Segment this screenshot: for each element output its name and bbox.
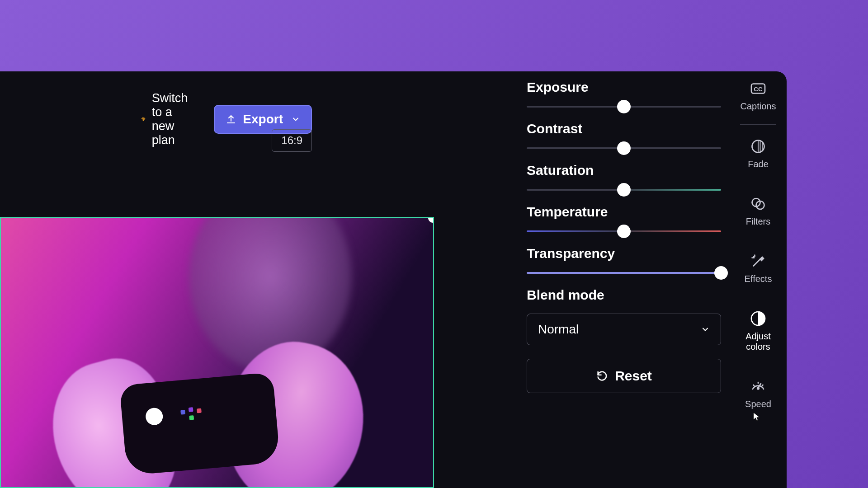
transparency-label: Transparency bbox=[527, 246, 721, 261]
chevron-down-icon bbox=[291, 115, 300, 124]
transparency-slider[interactable] bbox=[527, 272, 721, 274]
exposure-slider[interactable] bbox=[527, 106, 721, 108]
rail-label: Fade bbox=[748, 159, 769, 169]
blend-mode-group: Blend mode Normal bbox=[527, 287, 721, 345]
editor-window: Switch to a new plan Export 16:9 Exposur… bbox=[0, 71, 787, 488]
mouse-cursor bbox=[752, 410, 762, 423]
rail-label: Filters bbox=[746, 216, 770, 227]
rail-filters[interactable]: Filters bbox=[746, 195, 770, 227]
rail-effects[interactable]: Effects bbox=[745, 252, 772, 284]
rail-adjust-colors[interactable]: Adjust colors bbox=[745, 310, 771, 352]
svg-point-6 bbox=[757, 388, 759, 389]
aspect-ratio-button[interactable]: 16:9 bbox=[272, 129, 312, 152]
switch-plan-button[interactable]: Switch to a new plan bbox=[129, 85, 207, 154]
saturation-group: Saturation bbox=[527, 163, 721, 191]
preview-controller bbox=[119, 372, 280, 476]
temperature-thumb[interactable] bbox=[617, 225, 631, 238]
rail-label: Speed bbox=[745, 399, 771, 409]
adjust-colors-panel: Exposure Contrast Saturation Temperature bbox=[527, 80, 721, 393]
chevron-down-icon bbox=[701, 325, 710, 334]
saturation-slider[interactable] bbox=[527, 189, 721, 191]
rail-captions[interactable]: CC Captions bbox=[741, 80, 776, 112]
rail-label: Effects bbox=[745, 274, 772, 284]
effects-icon bbox=[749, 252, 767, 270]
right-tool-rail: CC Captions Fade Filters Effects bbox=[733, 80, 783, 409]
contrast-label: Contrast bbox=[527, 121, 721, 136]
captions-icon: CC bbox=[749, 80, 767, 98]
rail-label: Adjust colors bbox=[745, 331, 771, 352]
diamond-icon bbox=[141, 113, 146, 125]
blend-mode-value: Normal bbox=[538, 322, 579, 337]
saturation-thumb[interactable] bbox=[617, 183, 631, 197]
rail-label: Captions bbox=[741, 101, 776, 112]
speed-icon bbox=[749, 377, 767, 395]
saturation-label: Saturation bbox=[527, 163, 721, 178]
exposure-label: Exposure bbox=[527, 80, 721, 95]
rail-speed[interactable]: Speed bbox=[745, 377, 771, 409]
preview-canvas[interactable] bbox=[0, 217, 434, 488]
contrast-group: Contrast bbox=[527, 121, 721, 149]
temperature-group: Temperature bbox=[527, 204, 721, 232]
undo-icon bbox=[596, 370, 609, 382]
exposure-thumb[interactable] bbox=[617, 100, 631, 113]
selection-handle[interactable] bbox=[428, 217, 434, 223]
transparency-fill bbox=[527, 272, 721, 274]
transparency-group: Transparency bbox=[527, 246, 721, 274]
temperature-slider[interactable] bbox=[527, 230, 721, 232]
reset-button[interactable]: Reset bbox=[527, 359, 721, 393]
switch-plan-label: Switch to a new plan bbox=[152, 91, 195, 147]
reset-label: Reset bbox=[615, 368, 652, 384]
export-label: Export bbox=[243, 112, 283, 127]
fade-icon bbox=[749, 137, 767, 155]
blend-mode-select[interactable]: Normal bbox=[527, 314, 721, 345]
rail-divider bbox=[740, 124, 776, 125]
exposure-group: Exposure bbox=[527, 80, 721, 108]
rail-fade[interactable]: Fade bbox=[748, 137, 769, 169]
aspect-ratio-label: 16:9 bbox=[281, 134, 302, 146]
upload-icon bbox=[226, 114, 236, 125]
svg-text:CC: CC bbox=[754, 86, 763, 93]
transparency-thumb[interactable] bbox=[714, 266, 728, 280]
contrast-thumb[interactable] bbox=[617, 141, 631, 155]
adjust-colors-icon bbox=[749, 310, 767, 328]
blend-mode-label: Blend mode bbox=[527, 287, 721, 303]
contrast-slider[interactable] bbox=[527, 147, 721, 149]
temperature-label: Temperature bbox=[527, 204, 721, 220]
filters-icon bbox=[749, 195, 767, 213]
